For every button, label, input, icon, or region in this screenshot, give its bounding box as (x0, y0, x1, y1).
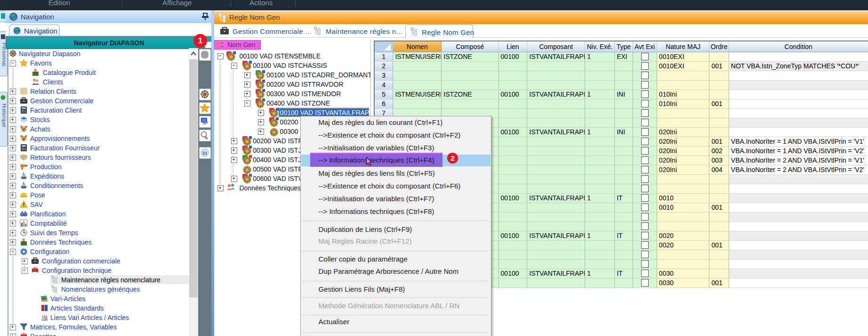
svg-text:Z1: Z1 (202, 151, 208, 156)
